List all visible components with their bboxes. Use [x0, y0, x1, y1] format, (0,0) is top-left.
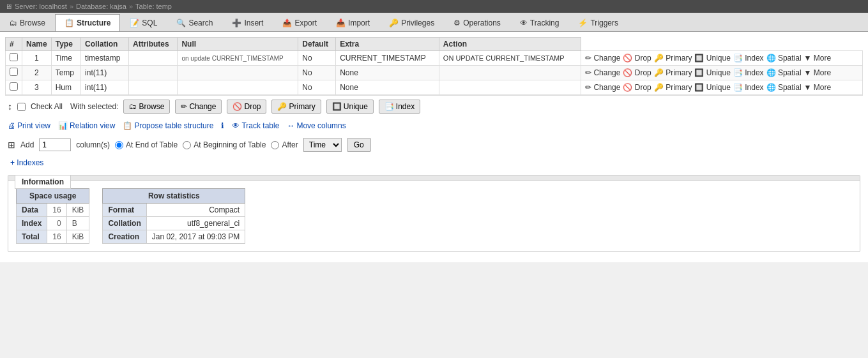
row-1-unique-action[interactable]: 🔲 Unique — [694, 54, 730, 63]
after-radio[interactable] — [271, 141, 279, 149]
row-attributes — [178, 66, 298, 80]
row-2-change-action[interactable]: ✏ Change — [585, 68, 620, 77]
row-extra: ON UPDATE CURRENT_TIMESTAMP — [439, 51, 581, 66]
primary-selected-btn[interactable]: 🔑 Primary — [271, 100, 321, 114]
relation-view-link[interactable]: 📊 Relation view — [58, 121, 115, 130]
row-1-drop-action[interactable]: 🚫 Drop — [623, 54, 651, 63]
spatial-icon: 🌐 — [766, 83, 778, 92]
at-beginning-radio[interactable] — [183, 141, 191, 149]
tab-browse[interactable]: 🗂Browse — [0, 14, 55, 31]
insert-tab-label: Insert — [244, 19, 263, 27]
drop-selected-btn[interactable]: 🚫 Drop — [227, 100, 266, 114]
browse-selected-btn[interactable]: 🗂 Browse — [123, 100, 170, 114]
row-1-more-action[interactable]: ▼ More — [804, 54, 832, 63]
row-1-change-action[interactable]: ✏ Change — [585, 54, 620, 63]
view-links-bar: 🖨 Print view 📊 Relation view 📋 Propose t… — [5, 117, 863, 134]
row-default: None — [336, 66, 439, 80]
stats-row: Collationutf8_general_ci — [103, 217, 245, 230]
print-view-link[interactable]: 🖨 Print view — [8, 121, 50, 130]
server-label: Server: localhost — [15, 3, 67, 10]
col-header-default: Default — [298, 38, 336, 51]
after-label[interactable]: After — [271, 140, 298, 149]
track-table-link[interactable]: 👁 Track table — [232, 121, 279, 130]
move-columns-link[interactable]: ↔ Move columns — [287, 121, 346, 130]
columns-count-input[interactable] — [39, 138, 71, 151]
tab-insert[interactable]: ➕Insert — [222, 14, 273, 31]
row-2-index-action[interactable]: 📑 Index — [733, 68, 764, 77]
go-button[interactable]: Go — [347, 138, 371, 152]
row-3-change-action[interactable]: ✏ Change — [585, 83, 620, 92]
row-3-index-action[interactable]: 📑 Index — [733, 83, 764, 92]
tab-triggers[interactable]: ⚡Triggers — [568, 14, 628, 31]
database-label: Database: kajsa — [76, 3, 126, 10]
info-panel-body: Space usage Data16KiBIndex0BTotal16KiB R… — [8, 181, 860, 251]
row-actions: ✏ Change🚫 Drop🔑 Primary🔲 Unique📑 Index🌐 … — [581, 80, 863, 95]
tab-tracking[interactable]: 👁Tracking — [510, 14, 569, 31]
space-label: Total — [17, 230, 47, 244]
row-2-spatial-action[interactable]: 🌐 Spatial — [766, 68, 802, 77]
row-2-drop-action[interactable]: 🚫 Drop — [623, 68, 651, 77]
info-link[interactable]: ℹ — [221, 121, 224, 130]
row-stats-header: Row statistics — [103, 189, 245, 204]
row-type: int(11) — [81, 66, 129, 80]
row-default: None — [336, 80, 439, 95]
col-header-type: Type — [51, 38, 80, 51]
row-3-checkbox[interactable] — [10, 82, 18, 91]
row-default: CURRENT_TIMESTAMP — [336, 51, 439, 66]
title-icon: 🖥 — [5, 3, 12, 10]
row-2-more-action[interactable]: ▼ More — [804, 68, 832, 77]
table-row: 2Tempint(11)NoNone✏ Change🚫 Drop🔑 Primar… — [6, 66, 863, 80]
stats-value: Compact — [146, 204, 245, 217]
space-unit: KiB — [66, 204, 89, 217]
stats-value: utf8_general_ci — [146, 217, 245, 230]
tracking-tab-icon: 👁 — [520, 19, 528, 27]
indexes-link[interactable]: + Indexes — [8, 156, 46, 170]
nav-tabs: 🗂Browse📋Structure📝SQL🔍Search➕Insert📤Expo… — [0, 13, 868, 32]
operations-tab-icon: ⚙ — [453, 19, 461, 27]
space-usage-header: Space usage — [17, 189, 89, 204]
row-3-unique-action[interactable]: 🔲 Unique — [694, 83, 730, 92]
check-all-checkbox[interactable] — [17, 103, 26, 111]
primary-icon: 🔑 — [654, 68, 666, 77]
row-3-primary-action[interactable]: 🔑 Primary — [654, 83, 692, 92]
at-end-label[interactable]: At End of Table — [115, 140, 178, 149]
unique-icon: 🔲 — [694, 83, 706, 92]
tab-import[interactable]: 📥Import — [326, 14, 379, 31]
row-1-index-action[interactable]: 📑 Index — [733, 54, 764, 63]
row-extra — [439, 66, 581, 80]
after-column-select[interactable]: TimeTempHum — [303, 138, 342, 152]
tab-structure[interactable]: 📋Structure — [55, 14, 120, 31]
propose-structure-link[interactable]: 📋 Propose table structure — [123, 121, 213, 130]
row-statistics-table: Row statistics FormatCompactCollationutf… — [102, 188, 245, 244]
space-label: Index — [17, 217, 47, 230]
change-selected-btn[interactable]: ✏ Change — [175, 100, 222, 114]
row-3-spatial-action[interactable]: 🌐 Spatial — [766, 83, 802, 92]
tab-export[interactable]: 📤Export — [273, 14, 326, 31]
unique-selected-btn[interactable]: 🔲 Unique — [326, 100, 374, 114]
row-3-drop-action[interactable]: 🚫 Drop — [623, 83, 651, 92]
row-type: int(11) — [81, 80, 129, 95]
row-2-primary-action[interactable]: 🔑 Primary — [654, 68, 692, 77]
row-2-checkbox[interactable] — [10, 68, 18, 76]
row-1-primary-action[interactable]: 🔑 Primary — [654, 54, 692, 63]
browse-tab-icon: 🗂 — [10, 19, 17, 27]
row-2-unique-action[interactable]: 🔲 Unique — [694, 68, 730, 77]
row-3-more-action[interactable]: ▼ More — [804, 83, 832, 92]
row-1-checkbox[interactable] — [10, 53, 18, 61]
at-beginning-label[interactable]: At Beginning of Table — [183, 140, 266, 149]
row-1-spatial-action[interactable]: 🌐 Spatial — [766, 54, 802, 63]
row-num: 3 — [22, 80, 52, 95]
import-tab-icon: 📥 — [336, 19, 346, 27]
tab-privileges[interactable]: 🔑Privileges — [379, 14, 444, 31]
columns-icon: ⊞ — [8, 140, 15, 150]
tab-search[interactable]: 🔍Search — [167, 14, 222, 31]
triggers-tab-label: Triggers — [590, 19, 618, 27]
check-all-link[interactable]: Check All — [31, 102, 63, 111]
row-collation — [129, 51, 178, 66]
tab-sql[interactable]: 📝SQL — [120, 14, 167, 31]
index-selected-btn[interactable]: 📑 Index — [379, 100, 420, 114]
tab-operations[interactable]: ⚙Operations — [444, 14, 510, 31]
at-end-radio[interactable] — [115, 141, 123, 149]
space-value: 0 — [47, 217, 66, 230]
table-row: 3Humint(11)NoNone✏ Change🚫 Drop🔑 Primary… — [6, 80, 863, 95]
